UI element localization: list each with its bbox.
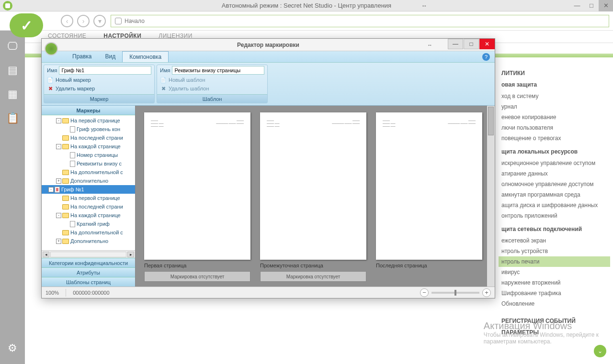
- maximize-button[interactable]: □: [584, 0, 599, 11]
- nav-dropdown-button[interactable]: ▾: [93, 15, 106, 27]
- policy-item[interactable]: ащита диска и шифрование данных: [501, 200, 607, 210]
- file-icon: [70, 126, 75, 132]
- collapse-icon[interactable]: -: [48, 187, 54, 192]
- collapse-icon[interactable]: -: [56, 213, 61, 218]
- scroll-left-icon[interactable]: ◂: [43, 252, 49, 257]
- tree-panel: Маркеры -На первой страницеГриф уровень …: [42, 106, 136, 287]
- minimize-button[interactable]: —: [570, 0, 584, 11]
- new-file-icon: 📄: [47, 77, 54, 83]
- policy-item[interactable]: Шифрование трафика: [501, 288, 607, 298]
- page-sheet-first[interactable]: —————— ————— —— ———————— ——— ———: [144, 112, 250, 260]
- tree-item-label: Реквизиты внизу с: [77, 161, 122, 166]
- page-sheet-middle[interactable]: —————— ————— —— ———————— ——— ———: [260, 112, 366, 260]
- expand-icon[interactable]: +: [56, 178, 61, 184]
- tree-row[interactable]: На дополнительной с: [42, 168, 135, 176]
- clipboard-icon[interactable]: 📋: [5, 112, 20, 124]
- breadcrumb-bar[interactable]: Начало: [111, 15, 609, 27]
- collapse-icon[interactable]: -: [56, 144, 61, 149]
- tree-row[interactable]: +Дополнительно: [42, 176, 135, 185]
- calendar-icon[interactable]: ▦: [5, 88, 20, 100]
- folder-icon: [62, 239, 69, 244]
- resize-arrows-icon[interactable]: ↔: [421, 2, 427, 9]
- zoom-out-button[interactable]: −: [420, 288, 429, 297]
- tree-hscrollbar[interactable]: ◂ ▸: [42, 250, 135, 258]
- modal-resize-icon[interactable]: ↔: [427, 42, 432, 48]
- tree-row[interactable]: На дополнительной с: [42, 228, 135, 237]
- modal-minimize-button[interactable]: —: [448, 39, 463, 49]
- close-button[interactable]: ✕: [599, 0, 613, 11]
- policy-item[interactable]: атирание данных: [501, 168, 607, 179]
- tree-row[interactable]: -На первой странице: [42, 116, 135, 125]
- policy-item[interactable]: ежсетевой экран: [501, 235, 607, 246]
- policy-item[interactable]: повещение о тревогах: [501, 133, 607, 143]
- menu-edit[interactable]: Правка: [66, 51, 99, 62]
- modal-menubar: Правка Вид Компоновка ?: [42, 51, 495, 63]
- accordion-categories[interactable]: Категории конфиденциальности: [42, 258, 135, 267]
- fab-button[interactable]: ⌄: [594, 345, 606, 357]
- menu-layout[interactable]: Компоновка: [122, 51, 169, 62]
- left-sidebar: 🖵 ▤ ▦ 📋 ⚙: [0, 31, 25, 364]
- tree-body[interactable]: -На первой страницеГриф уровень конНа по…: [42, 115, 135, 250]
- tree-header-markers[interactable]: Маркеры: [42, 106, 135, 115]
- tree-row[interactable]: -На каждой странице: [42, 142, 135, 151]
- tree-row[interactable]: Реквизиты внизу с: [42, 159, 135, 168]
- policy-item[interactable]: нтроль устройств: [501, 246, 607, 256]
- expand-icon[interactable]: +: [56, 239, 61, 244]
- policy-item[interactable]: ход в систему: [501, 91, 607, 101]
- new-file-icon: 📄: [160, 77, 167, 83]
- zoom-in-button[interactable]: +: [482, 288, 491, 297]
- scroll-track[interactable]: [50, 252, 126, 257]
- gear-icon[interactable]: ⚙: [5, 342, 20, 354]
- tree-row[interactable]: Гриф уровень кон: [42, 125, 135, 133]
- preview-vscrollbar[interactable]: [487, 106, 495, 287]
- tree-row[interactable]: Номер страницы: [42, 151, 135, 159]
- policy-item[interactable]: олномочное управление доступом: [501, 179, 607, 189]
- modal-maximize-button[interactable]: □: [464, 39, 479, 49]
- nav-forward-button[interactable]: ›: [77, 15, 90, 27]
- main-titlebar: Автономный режим : Secret Net Studio - Ц…: [0, 0, 613, 11]
- tree-row[interactable]: -Гриф №1: [42, 185, 135, 194]
- policy-item[interactable]: амкнутая программная среда: [501, 189, 607, 200]
- events-header: РЕГИСТРАЦИЯ СОБЫТИЙ: [501, 318, 607, 324]
- folder-icon: [62, 170, 69, 175]
- template-name-input[interactable]: [172, 66, 264, 75]
- tree-row[interactable]: На последней страни: [42, 202, 135, 211]
- policy-item[interactable]: онтроль приложений: [501, 210, 607, 221]
- menu-view[interactable]: Вид: [99, 51, 123, 62]
- collapse-icon[interactable]: -: [56, 118, 61, 123]
- delete-template-button[interactable]: ✖ Удалить шаблон: [157, 84, 267, 93]
- delete-marker-button[interactable]: ✖ Удалить маркер: [44, 84, 154, 93]
- new-marker-button[interactable]: 📄 Новый маркер: [44, 76, 154, 84]
- tree-row[interactable]: На первой странице: [42, 194, 135, 202]
- tree-row[interactable]: -На каждой странице: [42, 211, 135, 220]
- tree-row[interactable]: Краткий гриф: [42, 220, 135, 228]
- policy-item[interactable]: Обновление: [501, 298, 607, 309]
- policy-item-selected[interactable]: нтроль печати: [499, 256, 610, 267]
- scroll-right-icon[interactable]: ▸: [127, 252, 134, 257]
- help-icon[interactable]: ?: [482, 53, 490, 61]
- zoom-slider[interactable]: [431, 292, 479, 294]
- policy-item[interactable]: лючи пользователя: [501, 122, 607, 133]
- folder-icon: [62, 196, 69, 201]
- page-label-first: Первая страница: [144, 263, 250, 268]
- folder-icon: [62, 144, 69, 149]
- tree-row[interactable]: На последней страни: [42, 133, 135, 142]
- nav-back-button[interactable]: ‹: [61, 15, 73, 27]
- policy-item[interactable]: ивирус: [501, 267, 607, 277]
- marker-name-input[interactable]: [59, 66, 151, 75]
- policy-item[interactable]: искреционное управление оступом: [501, 158, 607, 168]
- accordion-page-templates[interactable]: Шаблоны страниц: [42, 277, 135, 287]
- page-sheet-last[interactable]: —————— ————— —— ———————— ——— ———: [376, 112, 482, 260]
- policy-item[interactable]: еневое копирование: [501, 112, 607, 122]
- accordion-attributes[interactable]: Атрибуты: [42, 267, 135, 277]
- tree-row[interactable]: +Дополнительно: [42, 237, 135, 245]
- policy-item[interactable]: урнал: [501, 101, 607, 112]
- page-middle: —————— ————— —— ———————— ——— ——— Промежу…: [260, 112, 366, 282]
- book-icon[interactable]: ▤: [5, 64, 20, 77]
- modal-close-button[interactable]: ✕: [479, 39, 495, 49]
- monitor-icon[interactable]: 🖵: [5, 40, 20, 53]
- policy-item[interactable]: наружение вторжений: [501, 277, 607, 288]
- preview-area[interactable]: —————— ————— —— ———————— ——— ——— Первая …: [136, 106, 495, 287]
- new-template-button[interactable]: 📄 Новый шаблон: [157, 76, 267, 84]
- name-label: Имя: [47, 67, 57, 73]
